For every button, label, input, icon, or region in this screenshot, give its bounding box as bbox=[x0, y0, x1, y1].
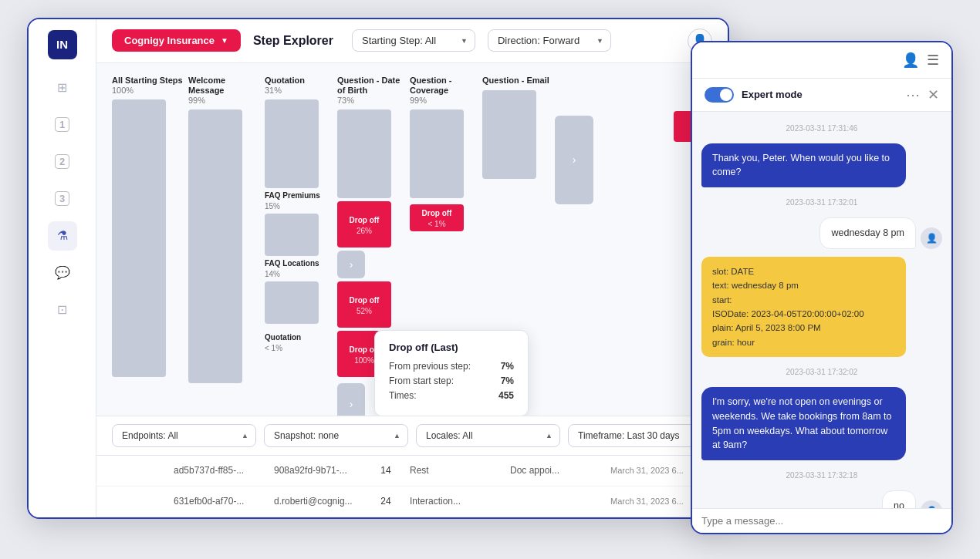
dropoff-52: Drop off 52% bbox=[337, 281, 391, 328]
table-row-1: ad5b737d-ff85-... 908a92fd-9b71-... 14 R… bbox=[96, 456, 728, 487]
col-all-starting-steps: All Starting Steps 100% bbox=[112, 76, 185, 380]
tooltip-val-2: 7% bbox=[501, 375, 514, 386]
snapshot-wrapper: Snapshot: none bbox=[264, 424, 408, 447]
quotation-small-pct: < 1% bbox=[265, 344, 334, 352]
explorer-body[interactable]: All Starting Steps 100% Welcome Message … bbox=[96, 63, 728, 416]
faq-premiums-bar bbox=[265, 214, 319, 256]
faq-premiums-arrow[interactable]: › bbox=[337, 251, 365, 278]
brand-chevron-icon: ▼ bbox=[221, 36, 228, 45]
user-bubble-1: wednesday 8 pm bbox=[819, 217, 916, 249]
chat-messages[interactable]: 2023-03-31 17:31:46 Thank you, Peter. Wh… bbox=[692, 112, 951, 508]
endpoints-wrapper: Endpoints: All bbox=[112, 424, 256, 447]
sidebar-item-3[interactable]: 3 bbox=[48, 184, 77, 214]
chat-options-btn[interactable]: ⋯ bbox=[906, 86, 920, 103]
dropoff-26: Drop off 26% bbox=[337, 201, 391, 248]
col1-bar bbox=[112, 99, 166, 377]
col5-name: Question - Coverage bbox=[410, 76, 479, 96]
page-title: Step Explorer bbox=[253, 34, 333, 48]
row1-count: 14 bbox=[374, 465, 397, 476]
row1-detail: Doc appoi... bbox=[510, 465, 598, 476]
tooltip-row-1: From previous step: 7% bbox=[389, 361, 514, 372]
row1-id: ad5b737d-ff85-... bbox=[174, 465, 262, 476]
tooltip-label-3: Times: bbox=[389, 390, 417, 401]
timestamp-2: 2023-03-31 17:32:01 bbox=[701, 198, 942, 207]
expert-mode-toggle[interactable] bbox=[705, 87, 734, 103]
filter-icon[interactable]: ☰ bbox=[927, 52, 939, 69]
quotation-main-bar bbox=[265, 99, 319, 188]
col1-pct: 100% bbox=[112, 86, 185, 95]
main-window: IN ⊞ 1 2 3 ⚗ 💬 ⊡ Cognigy Insurance ▼ Ste… bbox=[27, 18, 729, 519]
sidebar-item-grid[interactable]: ⊞ bbox=[48, 73, 77, 103]
info-card-1: slot: DATE text: wednesday 8 pm start: I… bbox=[701, 257, 906, 357]
tooltip-label-2: From start step: bbox=[389, 375, 454, 386]
faq-premiums-label: FAQ Premiums bbox=[265, 191, 334, 200]
faq-premiums-pct: 15% bbox=[265, 202, 334, 210]
chat-input[interactable] bbox=[701, 515, 942, 527]
locales-wrapper: Locales: All bbox=[416, 424, 560, 447]
col3-name: Quotation bbox=[265, 76, 334, 86]
dropoff-coverage-lt1: Drop off < 1% bbox=[410, 204, 464, 231]
timestamp-1: 2023-03-31 17:31:46 bbox=[701, 124, 942, 133]
col-email: Question - Email bbox=[482, 76, 552, 182]
col4-pct: 73% bbox=[337, 96, 407, 105]
row2-secondary: d.roberti@cognig... bbox=[274, 496, 362, 507]
tooltip-label-1: From previous step: bbox=[389, 361, 471, 372]
tooltip-title: Drop off (Last) bbox=[389, 342, 514, 353]
coverage-bar bbox=[410, 109, 464, 198]
faq-locations-bar bbox=[265, 281, 319, 324]
col-coverage: Question - Coverage 99% Drop off < 1% bbox=[410, 76, 479, 234]
brand-button[interactable]: Cognigy Insurance ▼ bbox=[112, 29, 241, 52]
sidebar-item-grid2[interactable]: ⊡ bbox=[48, 295, 77, 325]
tooltip-row-2: From start step: 7% bbox=[389, 375, 514, 386]
direction-wrapper: Direction: Forward bbox=[488, 29, 611, 52]
sidebar-item-filter[interactable]: ⚗ bbox=[48, 221, 77, 251]
row2-date: March 31, 2023 6... bbox=[610, 497, 688, 506]
bot-bubble-1: Thank you, Peter. When would you like to… bbox=[701, 143, 906, 188]
table-row-2: 631efb0d-af70-... d.roberti@cognig... 24… bbox=[96, 487, 728, 517]
tooltip-row-3: Times: 455 bbox=[389, 390, 514, 401]
tooltip-val-3: 455 bbox=[498, 390, 514, 401]
sidebar-item-2[interactable]: 2 bbox=[48, 147, 77, 177]
sidebar-item-messages[interactable]: 💬 bbox=[48, 258, 77, 288]
col2-bar bbox=[188, 109, 242, 383]
starting-step-wrapper: Starting Step: All bbox=[352, 29, 475, 52]
col5-pct: 99% bbox=[410, 96, 479, 105]
endpoints-select[interactable]: Endpoints: All bbox=[112, 424, 256, 447]
tooltip-box: Drop off (Last) From previous step: 7% F… bbox=[374, 330, 529, 416]
table-rows: ad5b737d-ff85-... 908a92fd-9b71-... 14 R… bbox=[96, 455, 728, 517]
row2-id: 631efb0d-af70-... bbox=[174, 496, 262, 507]
col4-name: Question - Date of Birth bbox=[337, 76, 407, 96]
timestamp-4: 2023-03-31 17:32:18 bbox=[701, 471, 942, 480]
bot-bubble-2: I'm sorry, we're not open on evenings or… bbox=[701, 387, 906, 460]
header: Cognigy Insurance ▼ Step Explorer Starti… bbox=[96, 19, 728, 63]
user-avatar-chat-2: 👤 bbox=[921, 500, 942, 508]
user-icon[interactable]: 👤 bbox=[902, 52, 919, 69]
row2-count: 24 bbox=[374, 496, 397, 507]
col2-name: Welcome Message bbox=[188, 76, 262, 96]
locales-select[interactable]: Locales: All bbox=[416, 424, 560, 447]
snapshot-select[interactable]: Snapshot: none bbox=[264, 424, 408, 447]
faq-locations-label: FAQ Locations bbox=[265, 259, 334, 268]
starting-step-select[interactable]: Starting Step: All bbox=[352, 29, 475, 52]
chat-close-btn[interactable]: ✕ bbox=[928, 86, 939, 103]
col-welcome-message: Welcome Message 99% bbox=[188, 76, 262, 386]
next-arrow-btn[interactable]: › bbox=[555, 116, 593, 204]
email-bar bbox=[482, 90, 536, 179]
col4-nav-arrow[interactable]: › bbox=[337, 383, 365, 416]
col6-name: Question - Email bbox=[482, 76, 552, 86]
footer-bar: Endpoints: All Snapshot: none Locales: A… bbox=[96, 416, 728, 455]
chat-subheader: Expert mode ⋯ ✕ bbox=[692, 79, 951, 112]
sidebar: IN ⊞ 1 2 3 ⚗ 💬 ⊡ bbox=[29, 19, 96, 519]
chat-row-user-1: 👤 wednesday 8 pm bbox=[701, 217, 942, 249]
chat-window: 👤 ☰ Expert mode ⋯ ✕ 2023-03-31 17:31:46 … bbox=[691, 41, 953, 534]
tooltip-val-1: 7% bbox=[501, 361, 514, 372]
row1-secondary: 908a92fd-9b71-... bbox=[274, 465, 362, 476]
app-logo: IN bbox=[48, 30, 77, 59]
col-arrow: › bbox=[555, 76, 601, 204]
chat-row-bot-2: I'm sorry, we're not open on evenings or… bbox=[701, 387, 942, 460]
col3-pct: 31% bbox=[265, 86, 334, 95]
col-quotation: Quotation 31% FAQ Premiums 15% bbox=[265, 76, 334, 355]
user-avatar-chat-1: 👤 bbox=[921, 227, 942, 249]
sidebar-item-1[interactable]: 1 bbox=[48, 110, 77, 140]
direction-select[interactable]: Direction: Forward bbox=[488, 29, 611, 52]
